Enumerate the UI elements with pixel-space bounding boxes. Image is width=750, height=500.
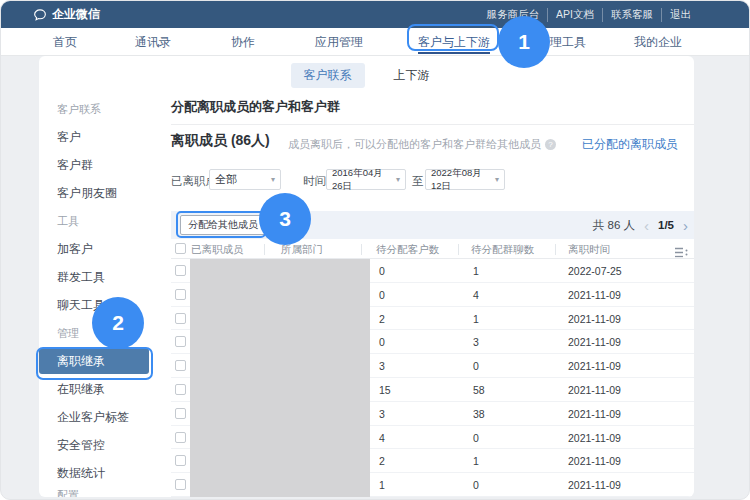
topbar: 企业微信 服务商后台 API文档 联系客服 退出	[1, 1, 750, 28]
pending-groupchats-value: 3	[473, 336, 479, 348]
col-header-member: 已离职成员	[191, 243, 244, 257]
pending-groupchats-value: 58	[473, 384, 485, 396]
toplink-api-docs[interactable]: API文档	[547, 8, 602, 22]
col-header-pending-groupchats: 待分配群聊数	[471, 243, 534, 257]
row-checkbox[interactable]	[175, 432, 186, 443]
departure-date-value: 2021-11-09	[568, 360, 621, 372]
row-checkbox[interactable]	[175, 455, 186, 466]
annotation-step-1: 1	[498, 16, 550, 68]
pending-groupchats-value: 1	[473, 265, 479, 277]
row-checkbox[interactable]	[175, 408, 186, 419]
sidebar-item-customers[interactable]: 客户	[39, 123, 169, 151]
pending-groupchats-value: 38	[473, 408, 485, 420]
column-separator	[458, 244, 459, 255]
pagination: 共 86 人 ‹ 1/5 ›	[593, 211, 688, 239]
departure-date-value: 2021-11-09	[568, 479, 621, 491]
logo-text: 企业微信	[52, 6, 100, 23]
main-nav: 首页 通讯录 协作 应用管理 客户与上下游 管理工具 我的企业	[1, 28, 750, 56]
pending-groupchats-value: 0	[473, 479, 479, 491]
chevron-down-icon: ▾	[495, 175, 499, 184]
sidebar-item-customer-groups[interactable]: 客户群	[39, 151, 169, 179]
table-header: 已离职成员 所属部门 待分配客户数 待分配群聊数 离职时间	[171, 239, 694, 259]
sidebar-item-add-customer[interactable]: 加客户	[39, 235, 169, 263]
pending-customers-value: 15	[379, 384, 391, 396]
col-header-pending-customers: 待分配客户数	[376, 243, 439, 257]
nav-item-collaboration[interactable]: 协作	[231, 28, 255, 56]
sidebar-item-broadcast-tools[interactable]: 群发工具	[39, 263, 169, 291]
row-checkbox[interactable]	[175, 360, 186, 371]
pending-customers-value: 1	[379, 479, 385, 491]
date-range-to-label: 至	[412, 174, 424, 189]
sidebar-header-tools: 工具	[39, 207, 169, 235]
annotation-step-3: 3	[259, 193, 311, 245]
pending-groupchats-value: 4	[473, 289, 479, 301]
active-nav-underline	[418, 52, 490, 54]
departure-date-value: 2022-07-25	[568, 265, 622, 277]
redacted-area	[190, 259, 370, 497]
wecom-admin-screen: 企业微信 服务商后台 API文档 联系客服 退出 首页 通讯录 协作 应用管理 …	[0, 0, 750, 500]
main-panel: 分配离职成员的客户和客户群 离职成员 (86人) 成员离职后，可以分配他的客户和…	[171, 56, 694, 497]
chevron-down-icon: ▾	[271, 175, 275, 184]
column-separator	[264, 244, 265, 255]
departure-date-value: 2021-11-09	[568, 408, 621, 420]
departure-date-value: 2021-11-09	[568, 455, 621, 467]
select-all-checkbox[interactable]	[175, 243, 186, 254]
title-divider	[171, 124, 694, 125]
sidebar-item-security-control[interactable]: 安全管控	[39, 431, 169, 459]
col-header-department: 所属部门	[281, 243, 323, 257]
pending-customers-value: 3	[379, 408, 385, 420]
pending-customers-value: 4	[379, 432, 385, 444]
pending-customers-value: 2	[379, 455, 385, 467]
column-separator	[555, 244, 556, 255]
pending-customers-value: 2	[379, 313, 385, 325]
member-filter-select[interactable]: 全部 ▾	[209, 169, 281, 190]
wecom-logo[interactable]: 企业微信	[33, 6, 100, 23]
toplink-logout[interactable]: 退出	[661, 8, 699, 22]
row-checkbox[interactable]	[175, 336, 186, 347]
pending-customers-value: 0	[379, 336, 385, 348]
row-checkbox[interactable]	[175, 289, 186, 300]
row-checkbox[interactable]	[175, 313, 186, 324]
next-page-icon[interactable]: ›	[683, 218, 688, 233]
table-body: 0 1 2022-07-25 0 4 2021-11-09 2 1 2021-1…	[171, 259, 694, 497]
pending-groupchats-value: 0	[473, 360, 479, 372]
row-checkbox[interactable]	[175, 384, 186, 395]
departure-date-value: 2021-11-09	[568, 289, 621, 301]
pending-groupchats-value: 1	[473, 455, 479, 467]
column-separator	[361, 244, 362, 255]
departure-date-value: 2021-11-09	[568, 432, 621, 444]
info-icon[interactable]: ?	[545, 139, 556, 150]
toplink-contact-support[interactable]: 联系客服	[602, 8, 661, 22]
nav-item-app-management[interactable]: 应用管理	[315, 28, 363, 56]
assigned-members-link[interactable]: 已分配的离职成员	[582, 136, 678, 153]
departed-members-count: 离职成员 (86人)	[171, 132, 270, 150]
chat-bubble-icon	[33, 8, 47, 22]
sidebar-item-corp-customer-tags[interactable]: 企业客户标签	[39, 403, 169, 431]
departure-date-value: 2021-11-09	[568, 336, 621, 348]
departure-date-value: 2021-11-09	[568, 384, 621, 396]
annotation-box-sidebar	[36, 347, 153, 380]
prev-page-icon[interactable]: ‹	[644, 218, 649, 233]
annotation-box-assign-button	[176, 211, 266, 238]
row-checkbox[interactable]	[175, 479, 186, 490]
pending-groupchats-value: 1	[473, 313, 479, 325]
nav-item-contacts[interactable]: 通讯录	[135, 28, 171, 56]
content-card: 客户联系 上下游 客户联系 客户 客户群 客户朋友圈 工具 加客户 群发工具 聊…	[39, 56, 694, 497]
section-description: 成员离职后，可以分配他的客户和客户群给其他成员 ?	[288, 137, 556, 152]
col-header-departure-date: 离职时间	[568, 243, 610, 257]
pending-customers-value: 0	[379, 265, 385, 277]
row-checkbox[interactable]	[175, 265, 186, 276]
pending-customers-value: 3	[379, 360, 385, 372]
date-from-select[interactable]: 2016年04月26日 ▾	[326, 169, 406, 190]
page-indicator: 1/5	[658, 219, 674, 231]
annotation-box-nav	[407, 24, 499, 51]
nav-item-my-company[interactable]: 我的企业	[634, 28, 682, 56]
pending-groupchats-value: 0	[473, 432, 479, 444]
departure-date-value: 2021-11-09	[568, 313, 621, 325]
date-to-select[interactable]: 2022年08月12日 ▾	[425, 169, 505, 190]
pending-customers-value: 0	[379, 289, 385, 301]
page-title: 分配离职成员的客户和客户群	[171, 98, 340, 116]
nav-item-home[interactable]: 首页	[53, 28, 77, 56]
total-count: 共 86 人	[593, 218, 635, 233]
sidebar-item-customer-moments[interactable]: 客户朋友圈	[39, 179, 169, 207]
